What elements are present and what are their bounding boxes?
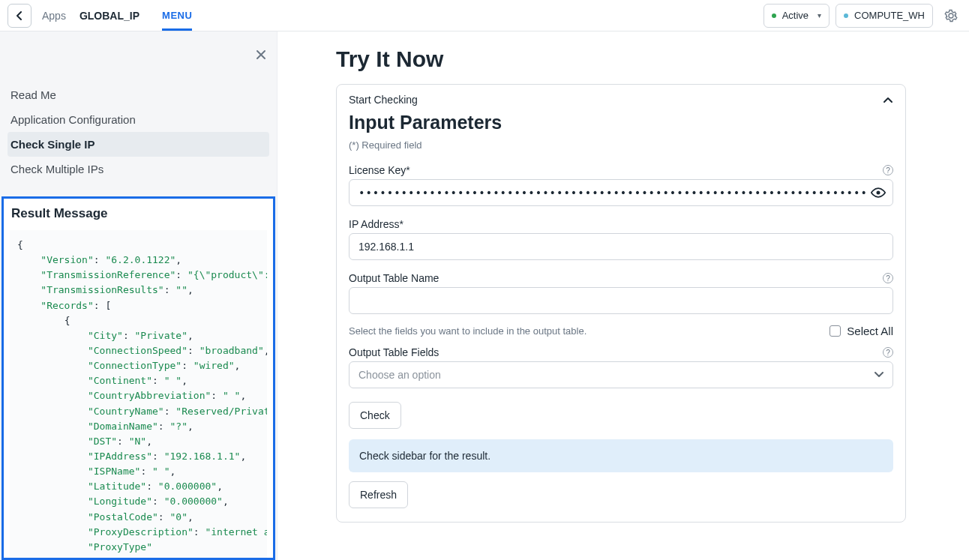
output-table-fields-select[interactable]: Choose an option bbox=[349, 361, 893, 388]
output-table-name-label: Output Table Name bbox=[349, 272, 439, 284]
help-icon[interactable]: ? bbox=[883, 165, 893, 175]
breadcrumb-app-title[interactable]: GLOBAL_IP bbox=[80, 10, 140, 22]
status-dot-icon bbox=[772, 13, 776, 18]
warehouse-label: COMPUTE_WH bbox=[854, 10, 925, 21]
chevron-down-icon bbox=[874, 372, 884, 378]
settings-button[interactable] bbox=[940, 5, 962, 26]
svg-point-0 bbox=[877, 191, 880, 195]
close-icon bbox=[256, 49, 266, 60]
tab-menu[interactable]: MENU bbox=[162, 10, 192, 31]
result-title: Result Message bbox=[4, 199, 273, 226]
chevron-down-icon: ▾ bbox=[818, 11, 821, 19]
back-button[interactable] bbox=[8, 4, 32, 28]
eye-icon bbox=[871, 187, 886, 198]
breadcrumb-apps[interactable]: Apps bbox=[42, 10, 66, 22]
section-title: Input Parameters bbox=[337, 110, 905, 138]
breadcrumb: Apps GLOBAL_IP bbox=[42, 10, 140, 22]
sidebar-nav: Read Me Application Configuration Check … bbox=[0, 82, 277, 181]
status-label: Active bbox=[782, 10, 808, 21]
nav-app-config[interactable]: Application Configuration bbox=[8, 107, 269, 132]
help-icon[interactable]: ? bbox=[883, 273, 893, 283]
field-ip-address: IP Address* bbox=[337, 214, 905, 268]
ip-address-input[interactable] bbox=[349, 233, 893, 260]
result-panel: Result Message { "Version": "6.2.0.1122"… bbox=[2, 196, 275, 560]
page-title: Try It Now bbox=[336, 46, 939, 72]
license-key-label: License Key* bbox=[349, 164, 410, 176]
nav-check-multiple-ips[interactable]: Check Multiple IPs bbox=[8, 157, 269, 181]
panel-label: Start Checking bbox=[349, 94, 418, 106]
info-banner: Check sidebar for the result. bbox=[349, 439, 893, 472]
close-sidebar-button[interactable] bbox=[256, 49, 266, 60]
select-all-row: Select All bbox=[830, 325, 893, 337]
status-dropdown[interactable]: Active ▾ bbox=[764, 4, 830, 28]
ip-address-label: IP Address* bbox=[349, 218, 404, 230]
start-checking-panel: Start Checking Input Parameters (*) Requ… bbox=[336, 84, 906, 523]
refresh-button[interactable]: Refresh bbox=[349, 481, 408, 508]
check-button[interactable]: Check bbox=[349, 402, 401, 429]
chevron-up-icon bbox=[883, 96, 893, 103]
result-json: { "Version": "6.2.0.1122", "Transmission… bbox=[10, 230, 267, 558]
select-all-label: Select All bbox=[847, 325, 893, 337]
warehouse-dropdown[interactable]: COMPUTE_WH bbox=[836, 4, 933, 28]
gear-icon bbox=[944, 9, 958, 22]
reveal-button[interactable] bbox=[871, 187, 886, 198]
field-output-table-fields: Output Table Fields ? Choose an option bbox=[337, 342, 905, 396]
nav-read-me[interactable]: Read Me bbox=[8, 82, 269, 107]
required-note: (*) Required field bbox=[337, 138, 905, 160]
output-table-fields-label: Output Table Fields bbox=[349, 346, 439, 358]
warehouse-dot-icon bbox=[844, 13, 848, 18]
field-output-table-name: Output Table Name ? bbox=[337, 268, 905, 322]
field-license-key: License Key* ? bbox=[337, 160, 905, 214]
nav-check-single-ip[interactable]: Check Single IP bbox=[8, 132, 269, 157]
main-content: Try It Now Start Checking Input Paramete… bbox=[278, 31, 969, 560]
select-placeholder: Choose an option bbox=[358, 369, 441, 381]
chevron-left-icon bbox=[16, 11, 23, 20]
topbar: Apps GLOBAL_IP MENU Active ▾ COMPUTE_WH bbox=[0, 0, 969, 31]
select-all-checkbox[interactable] bbox=[830, 325, 841, 337]
collapse-button[interactable] bbox=[883, 96, 893, 103]
sidebar: Read Me Application Configuration Check … bbox=[0, 31, 278, 560]
help-icon[interactable]: ? bbox=[883, 347, 893, 358]
output-table-name-input[interactable] bbox=[349, 287, 893, 314]
fields-hint: Select the fields you want to include in… bbox=[349, 325, 586, 337]
license-key-input[interactable] bbox=[349, 179, 893, 206]
